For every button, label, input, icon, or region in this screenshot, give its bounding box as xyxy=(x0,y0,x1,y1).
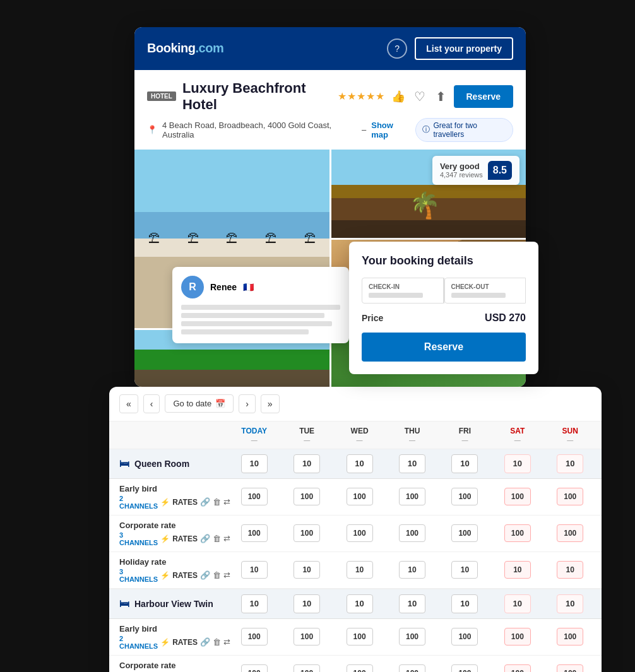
nav-next-button[interactable]: › xyxy=(239,394,256,413)
queen-avail-0[interactable] xyxy=(228,449,280,478)
queen-corp-rate-2 xyxy=(333,521,386,546)
nav-prev-button[interactable]: ‹ xyxy=(143,394,160,413)
review-card: R Renee 🇫🇷 xyxy=(172,267,349,343)
hotel-info: Hotel Luxury Beachfront Hotel ★★★★★ 👍 ♡ … xyxy=(134,70,526,150)
reviewer-row: R Renee 🇫🇷 xyxy=(181,276,340,298)
trash-icon-1[interactable]: 🗑 xyxy=(213,497,221,507)
hotel-badge: Hotel xyxy=(147,91,176,101)
queen-avail-1[interactable] xyxy=(280,449,333,478)
rates-label-2: RATES xyxy=(172,534,198,543)
harbour-avail-0[interactable] xyxy=(228,589,280,618)
harbour-avail-5[interactable] xyxy=(491,589,543,618)
harbour-corp-rate-1 xyxy=(280,661,333,672)
hotel-header: Booking.com ? List your property xyxy=(134,27,526,70)
queen-hol-rate-0 xyxy=(228,557,280,582)
go-to-date-button[interactable]: Go to date 📅 xyxy=(165,394,234,413)
hotel-photo-exterior[interactable]: 🌴 Very good 4,347 reviews 8.5 xyxy=(331,150,526,238)
holiday-channels-badge: 3 CHANNELS xyxy=(119,568,158,583)
queen-eb-rate-6 xyxy=(544,484,596,509)
location-icon: 📍 xyxy=(147,125,157,134)
checkout-field[interactable]: Check-out xyxy=(444,278,526,304)
trash-icon-3[interactable]: 🗑 xyxy=(213,570,221,580)
great-for-badge: ⓘ Great for two travellers xyxy=(415,118,513,142)
harbour-earlybird-info: Early bird 2 CHANNELS ⚡ RATES 🔗 🗑 ⇄ xyxy=(114,619,228,655)
checkin-field[interactable]: Check-in xyxy=(362,278,444,304)
price-label: Price xyxy=(362,313,383,323)
queen-avail-2[interactable] xyxy=(333,449,386,478)
queen-corporate-label: Corporate rate xyxy=(119,521,223,530)
room-name-harbour: 🛏 Harbour View Twin xyxy=(114,592,228,616)
room-header-queen: 🛏 Queen Room xyxy=(109,449,602,479)
checkout-value xyxy=(451,293,506,298)
trash-icon-4[interactable]: 🗑 xyxy=(213,637,221,647)
queen-corp-rate-6 xyxy=(544,521,596,546)
queen-avail-3[interactable] xyxy=(386,449,438,478)
nav-last-button[interactable]: » xyxy=(261,394,280,413)
queen-hol-rate-5 xyxy=(491,557,543,582)
price-value: USD 270 xyxy=(485,312,526,324)
room-name-queen: 🛏 Queen Room xyxy=(114,452,228,476)
day-header-wed: WED— xyxy=(333,421,386,449)
review-line-1 xyxy=(181,305,340,310)
hotel-address: 4 Beach Road, Broadbeach, 4000 Gold Coas… xyxy=(162,121,357,139)
reserve-button-panel[interactable]: Reserve xyxy=(362,333,526,362)
reviewer-flag: 🇫🇷 xyxy=(243,282,254,292)
day-header-sun: SUN— xyxy=(544,421,596,449)
queen-eb-rate-5 xyxy=(491,484,543,509)
queen-corporate-info: Corporate rate 3 CHANNELS ⚡ RATES 🔗 🗑 ⇄ xyxy=(114,516,228,551)
calendar-panel: « ‹ Go to date 📅 › » TODAY— TUE— WED— TH… xyxy=(109,387,602,673)
queen-eb-rate-0 xyxy=(228,484,280,509)
harbour-avail-6[interactable] xyxy=(544,589,596,618)
queen-rate-earlybird: Early bird 2 CHANNELS ⚡ RATES 🔗 🗑 ⇄ xyxy=(109,479,602,516)
calendar-nav: « ‹ Go to date 📅 › » xyxy=(109,387,602,421)
harbour-corporate-info: Corporate rate 3 CHANNELS ⚡ RATES 🔗 🗑 ⇄ xyxy=(114,656,228,673)
nav-first-button[interactable]: « xyxy=(119,394,138,413)
star-rating: ★★★★★ xyxy=(338,90,385,102)
price-row: Price USD 270 xyxy=(362,312,526,324)
harbour-room-label: Harbour View Twin xyxy=(134,599,213,609)
harbour-avail-2[interactable] xyxy=(333,589,386,618)
harbour-avail-1[interactable] xyxy=(280,589,333,618)
day-headers: TODAY— TUE— WED— THU— FRI— SAT— SUN— xyxy=(109,421,602,449)
queen-eb-rate-1 xyxy=(280,484,333,509)
harbour-corp-rate-3 xyxy=(386,661,438,672)
rating-count: 4,347 reviews xyxy=(440,171,483,179)
queen-avail-5[interactable] xyxy=(491,449,543,478)
address-dash: – xyxy=(362,125,366,134)
wishlist-button[interactable]: ♡ xyxy=(412,86,428,107)
queen-holiday-info: Holiday rate 3 CHANNELS ⚡ RATES 🔗 🗑 ⇄ xyxy=(114,552,228,588)
harbour-eb-rate-1 xyxy=(280,624,333,649)
reserve-button-top[interactable]: Reserve xyxy=(454,85,514,108)
queen-eb-rate-4 xyxy=(439,484,491,509)
harbour-avail-4[interactable] xyxy=(439,589,491,618)
help-button[interactable]: ? xyxy=(387,38,407,59)
rates-label-4: RATES xyxy=(172,638,198,647)
harbour-eb-rate-3 xyxy=(386,624,438,649)
checkout-label: Check-out xyxy=(451,283,519,290)
queen-avail-4[interactable] xyxy=(439,449,491,478)
rating-text-block: Very good 4,347 reviews xyxy=(440,162,483,179)
harbour-corp-rate-2 xyxy=(333,661,386,672)
day-header-tue: TUE— xyxy=(280,421,333,449)
link-icon-4[interactable]: 🔗 xyxy=(200,637,210,647)
show-map-link[interactable]: Show map xyxy=(371,121,410,139)
lightning-icon-1: ⚡ xyxy=(160,498,170,507)
day-header-today: TODAY— xyxy=(228,421,280,449)
share-button[interactable]: ⬆ xyxy=(433,86,449,107)
harbour-corp-rate-5 xyxy=(491,661,543,672)
hotel-name: Luxury Beachfront Hotel xyxy=(182,80,331,113)
rating-label: Very good xyxy=(440,162,483,171)
queen-avail-6[interactable] xyxy=(544,449,596,478)
queen-holiday-channels: 3 CHANNELS ⚡ RATES 🔗 🗑 ⇄ xyxy=(119,568,223,583)
harbour-avail-3[interactable] xyxy=(386,589,438,618)
link-icon-1[interactable]: 🔗 xyxy=(200,497,210,507)
queen-hol-rate-2 xyxy=(333,557,386,582)
reviewer-name: Renee xyxy=(210,282,237,292)
reviewer-avatar: R xyxy=(181,276,204,298)
checkin-label: Check-in xyxy=(369,283,437,290)
link-icon-3[interactable]: 🔗 xyxy=(200,570,210,580)
link-icon-2[interactable]: 🔗 xyxy=(200,534,210,543)
list-property-button[interactable]: List your property xyxy=(415,37,513,60)
trash-icon-2[interactable]: 🗑 xyxy=(213,534,221,543)
rating-overlay: Very good 4,347 reviews 8.5 xyxy=(432,156,519,185)
